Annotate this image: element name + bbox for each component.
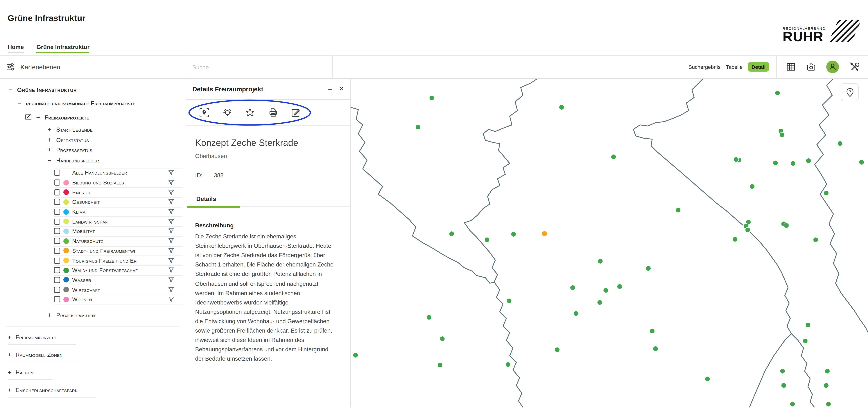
project-dot[interactable] bbox=[825, 369, 830, 374]
tab-home[interactable]: Home bbox=[8, 43, 24, 55]
project-dot[interactable] bbox=[603, 288, 608, 293]
project-dot[interactable] bbox=[574, 311, 579, 316]
layer-checkbox[interactable] bbox=[54, 209, 60, 215]
project-dot[interactable] bbox=[784, 223, 789, 228]
project-dot[interactable] bbox=[780, 369, 785, 374]
tab-details[interactable]: Details bbox=[195, 196, 216, 202]
tree-node-objektstatus[interactable]: +Objektstatus bbox=[0, 135, 186, 145]
tree-node-start-legende[interactable]: +Start Legende bbox=[0, 125, 186, 135]
project-dot[interactable] bbox=[485, 237, 490, 242]
project-dot[interactable] bbox=[733, 237, 738, 242]
project-dot[interactable] bbox=[646, 266, 651, 271]
project-dot[interactable] bbox=[511, 232, 516, 237]
filter-icon[interactable] bbox=[168, 209, 174, 215]
expand-toggle[interactable]: − bbox=[47, 157, 52, 163]
zoom-to-feature-icon[interactable] bbox=[198, 107, 210, 118]
view-toggle-detail[interactable]: Detail bbox=[748, 62, 769, 72]
project-dot[interactable] bbox=[570, 285, 575, 290]
layer-checkbox[interactable] bbox=[54, 218, 60, 225]
collapse-toggle[interactable]: − bbox=[35, 114, 41, 121]
project-dot[interactable] bbox=[824, 191, 829, 196]
expand-toggle[interactable]: + bbox=[47, 312, 52, 318]
layer-item-naturschutz[interactable]: Naturschutz bbox=[0, 236, 186, 246]
project-dot[interactable] bbox=[750, 184, 755, 189]
expand-toggle[interactable]: + bbox=[47, 126, 52, 133]
project-dot[interactable] bbox=[824, 383, 829, 388]
layer-checkbox[interactable] bbox=[54, 248, 60, 254]
expand-toggle[interactable]: + bbox=[47, 136, 52, 143]
project-dot[interactable] bbox=[555, 347, 560, 352]
layer-checkbox[interactable] bbox=[54, 297, 60, 303]
tree-node-emscherlandschaftspark[interactable]: +Emscherlandschaftspark bbox=[8, 380, 96, 398]
project-dot[interactable] bbox=[437, 363, 443, 368]
filter-icon[interactable] bbox=[168, 199, 174, 205]
highlight-bulb-icon[interactable] bbox=[221, 107, 233, 118]
layer-item-landwirtschaft[interactable]: Landwirtschaft bbox=[0, 216, 186, 226]
layer-checkbox[interactable] bbox=[54, 277, 60, 283]
expand-toggle[interactable]: + bbox=[8, 351, 11, 358]
layer-checkbox[interactable] bbox=[54, 170, 60, 176]
filter-icon[interactable] bbox=[168, 287, 174, 293]
layer-item-energie[interactable]: Energie bbox=[0, 188, 186, 197]
layer-item-wohnen[interactable]: Wohnen bbox=[0, 295, 186, 304]
layer-item-stadt-und-freiraumentwi[interactable]: Stadt- und Freiraumentwi bbox=[0, 246, 186, 256]
star-icon[interactable] bbox=[244, 107, 256, 118]
project-dot[interactable] bbox=[781, 383, 786, 388]
tab-grüne-infrastruktur[interactable]: Grüne Infrastruktur bbox=[37, 43, 90, 55]
tree-node-halden[interactable]: +Halden bbox=[8, 362, 52, 380]
filter-icon[interactable] bbox=[168, 218, 174, 225]
camera-icon[interactable] bbox=[806, 62, 816, 72]
view-toggle-tabelle[interactable]: Tabelle bbox=[726, 64, 743, 70]
project-dot[interactable] bbox=[611, 155, 616, 160]
tree-node-gruene-infrastruktur[interactable]: − Grüne Infrastruktur bbox=[0, 83, 186, 96]
project-dot[interactable] bbox=[790, 161, 796, 166]
project-dot[interactable] bbox=[415, 125, 421, 130]
tree-node-prozessstatus[interactable]: +Prozessstatus bbox=[0, 145, 186, 155]
project-dot[interactable] bbox=[826, 402, 831, 407]
layer-item-mobilität[interactable]: Mobilität bbox=[0, 226, 186, 236]
project-dot[interactable] bbox=[775, 91, 780, 96]
filter-icon[interactable] bbox=[168, 267, 174, 273]
layer-checkbox[interactable] bbox=[54, 258, 60, 264]
layer-checkbox-checked[interactable]: ✓ bbox=[25, 114, 31, 120]
project-dot[interactable] bbox=[705, 376, 710, 381]
project-dot[interactable] bbox=[653, 346, 658, 351]
layer-checkbox[interactable] bbox=[54, 228, 60, 234]
project-dot[interactable] bbox=[676, 208, 681, 213]
project-dot[interactable] bbox=[353, 353, 358, 358]
project-dot[interactable] bbox=[427, 315, 432, 320]
collapse-toggle[interactable]: − bbox=[17, 100, 22, 106]
layers-panel-header[interactable]: Kartenebenen bbox=[0, 56, 186, 78]
layer-item-wasser[interactable]: Wasser bbox=[0, 275, 186, 285]
project-dot[interactable] bbox=[598, 259, 603, 264]
filter-icon[interactable] bbox=[168, 297, 174, 303]
expand-toggle[interactable]: + bbox=[8, 369, 11, 375]
project-dot[interactable] bbox=[506, 298, 512, 303]
table-icon[interactable] bbox=[785, 62, 796, 72]
tools-icon[interactable] bbox=[849, 62, 859, 72]
filter-icon[interactable] bbox=[168, 189, 174, 195]
project-dot[interactable] bbox=[806, 158, 811, 163]
filter-icon[interactable] bbox=[168, 179, 174, 185]
filter-icon[interactable] bbox=[168, 238, 174, 244]
tree-node-handlungsfelder[interactable]: −Handlungsfelder bbox=[0, 155, 186, 165]
layer-item-gesundheit[interactable]: Gesundheit bbox=[0, 197, 186, 207]
map-canvas[interactable]: ? bbox=[350, 79, 868, 407]
filter-icon[interactable] bbox=[168, 248, 174, 254]
project-dot[interactable] bbox=[597, 300, 602, 305]
layer-item-tourismus-freizeit-und-er[interactable]: Tourismus Freizeit und Er bbox=[0, 256, 186, 265]
tree-node-projektfamilien[interactable]: + Projektfamilien bbox=[0, 310, 186, 320]
close-button[interactable]: ✕ bbox=[339, 86, 344, 92]
filter-icon[interactable] bbox=[168, 170, 174, 176]
layer-item-wald-und-forstwirtschaf[interactable]: Wald- und Forstwirtschaf bbox=[0, 265, 186, 275]
layer-item-wirtschaft[interactable]: Wirtschaft bbox=[0, 285, 186, 295]
expand-toggle[interactable]: + bbox=[8, 334, 11, 340]
layer-item-klima[interactable]: Klima bbox=[0, 207, 186, 216]
project-dot[interactable] bbox=[505, 362, 510, 367]
project-dot[interactable] bbox=[803, 338, 808, 344]
tree-node-raummodell-zonen[interactable]: +Raummodell Zonen bbox=[8, 345, 82, 362]
project-dot[interactable] bbox=[734, 157, 739, 162]
layer-checkbox[interactable] bbox=[54, 267, 60, 273]
layer-checkbox[interactable] bbox=[54, 238, 60, 244]
minimize-button[interactable]: – bbox=[328, 86, 332, 92]
